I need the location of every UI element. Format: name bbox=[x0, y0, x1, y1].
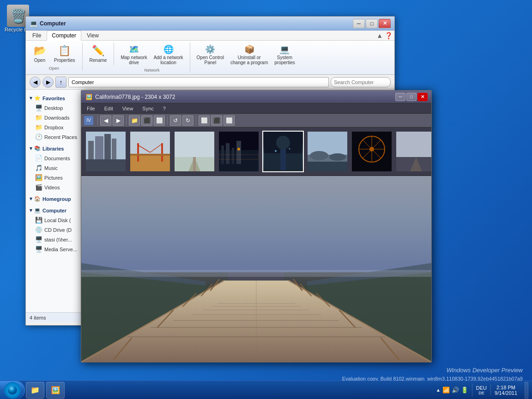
svg-rect-5 bbox=[86, 159, 126, 171]
open-group-buttons: 📂 Open 📋 Properties bbox=[30, 42, 79, 65]
tray-expand-icon[interactable]: ▲ bbox=[436, 387, 441, 393]
downloads-icon: 📁 bbox=[35, 114, 42, 121]
cd-drive-label: CD Drive (D bbox=[44, 227, 72, 233]
open-control-panel-button[interactable]: ⚙️ Open ControlPanel bbox=[194, 42, 227, 67]
open-button[interactable]: 📂 Open bbox=[30, 42, 50, 65]
map-network-drive-button[interactable]: 🗺️ Map networkdrive bbox=[118, 42, 150, 67]
lang-code: DEU bbox=[476, 385, 487, 391]
computer-maximize-button[interactable]: □ bbox=[366, 19, 378, 28]
start-button[interactable] bbox=[0, 381, 25, 399]
iv-thumbnail-8[interactable] bbox=[395, 131, 431, 172]
recent-icon: 🕐 bbox=[35, 133, 42, 140]
properties-button[interactable]: 📋 Properties bbox=[51, 42, 79, 65]
uninstall-program-button[interactable]: 📦 Uninstall orchange a program bbox=[228, 42, 271, 67]
videos-icon: 🎬 bbox=[35, 184, 42, 191]
iv-folder-button[interactable]: 📁 bbox=[129, 115, 140, 126]
dropbox-icon: 📁 bbox=[35, 124, 42, 131]
iv-thumb-2-preview bbox=[130, 132, 170, 171]
iv-thumbnail-4[interactable] bbox=[218, 131, 260, 172]
forward-button[interactable]: ▶ bbox=[42, 77, 54, 88]
control-panel-label: Open ControlPanel bbox=[197, 55, 224, 65]
iv-thumbnail-6[interactable] bbox=[307, 131, 348, 172]
iv-thumb-3-preview bbox=[175, 132, 214, 171]
iv-rotate-ccw-button[interactable]: ↺ bbox=[170, 115, 181, 126]
iv-thumb-6-preview bbox=[308, 132, 347, 171]
iv-info-button[interactable]: ⬜ bbox=[224, 115, 235, 126]
iv-menubar: File Edit View Sync ? bbox=[81, 103, 431, 114]
start-orb bbox=[4, 382, 21, 399]
lang-region: DE bbox=[476, 391, 487, 395]
explorer-icon: 📁 bbox=[30, 386, 40, 394]
iv-minimize-button[interactable]: ─ bbox=[395, 93, 405, 101]
boardwalk-svg bbox=[81, 176, 431, 362]
properties-icon: 📋 bbox=[58, 45, 71, 57]
iv-rotate-cw-button[interactable]: ↻ bbox=[182, 115, 193, 126]
rename-label: Rename bbox=[90, 58, 107, 63]
tab-view[interactable]: View bbox=[82, 31, 103, 40]
network-group-buttons: 🗺️ Map networkdrive 🌐 Add a networklocat… bbox=[118, 42, 186, 67]
network-group-label: Network bbox=[144, 68, 159, 73]
iv-close-button[interactable]: ✕ bbox=[417, 93, 428, 101]
rename-button[interactable]: ✏️ Rename bbox=[86, 42, 110, 65]
svg-rect-35 bbox=[308, 162, 347, 171]
iv-maximize-button[interactable]: □ bbox=[406, 93, 417, 101]
add-network-location-button[interactable]: 🌐 Add a networklocation bbox=[151, 42, 186, 67]
desktop-label: Desktop bbox=[44, 105, 63, 111]
iv-menu-view[interactable]: View bbox=[121, 105, 135, 112]
libraries-label: Libraries bbox=[42, 146, 64, 151]
iv-thumbnail-7[interactable] bbox=[351, 131, 393, 172]
iv-menu-help[interactable]: ? bbox=[161, 105, 168, 112]
pictures-label: Pictures bbox=[44, 175, 63, 181]
iv-toolbar: IV ◀ ▶ 📁 ⬛ ⬜ ↺ ↻ ⬜ ⬛ ⬜ bbox=[81, 114, 431, 127]
iv-thumbnail-5[interactable] bbox=[262, 131, 304, 172]
taskbar: 📁 🖼️ ▲ 📶 🔊 🔋 DEU DE 2:18 PM 9/14/2011 bbox=[0, 381, 532, 399]
ribbon-group-rename: ✏️ Rename bbox=[86, 42, 115, 65]
tab-file[interactable]: File bbox=[28, 31, 46, 40]
address-bar[interactable] bbox=[68, 77, 329, 87]
ribbon-group-network: 🗺️ Map networkdrive 🌐 Add a networklocat… bbox=[118, 42, 190, 73]
svg-point-34 bbox=[329, 153, 346, 161]
iv-menu-edit[interactable]: Edit bbox=[103, 105, 115, 112]
ribbon-menubar: File Computer View ▲ ❓ bbox=[26, 30, 394, 41]
iv-fit-button[interactable]: ⬜ bbox=[199, 115, 210, 126]
iv-window-button[interactable]: ⬜ bbox=[154, 115, 165, 126]
iv-fullscreen-button[interactable]: ⬛ bbox=[141, 115, 152, 126]
question-icon[interactable]: ❓ bbox=[385, 32, 393, 39]
back-button[interactable]: ◀ bbox=[30, 77, 41, 88]
svg-point-78 bbox=[8, 386, 17, 395]
taskbar-explorer-button[interactable]: 📁 bbox=[26, 382, 44, 399]
iv-zoom-button[interactable]: ⬛ bbox=[211, 115, 222, 126]
ribbon-group-open: 📂 Open 📋 Properties Open bbox=[30, 42, 83, 71]
up-button[interactable]: ↑ bbox=[55, 77, 66, 88]
help-icon[interactable]: ▲ bbox=[376, 32, 383, 39]
computer-close-button[interactable]: ✕ bbox=[379, 19, 391, 28]
tab-computer[interactable]: Computer bbox=[47, 30, 81, 41]
media-server-icon: 🖥️ bbox=[35, 246, 42, 253]
cd-drive-icon: 💿 bbox=[35, 226, 42, 233]
homegroup-icon: 🏠 bbox=[34, 196, 41, 202]
uninstall-icon: 📦 bbox=[244, 44, 254, 54]
svg-rect-20 bbox=[226, 143, 230, 164]
iv-sep3 bbox=[167, 116, 168, 125]
language-indicator: DEU DE bbox=[476, 385, 487, 395]
iv-thumbnail-3[interactable] bbox=[174, 131, 215, 172]
tray-separator bbox=[472, 384, 472, 397]
system-properties-button[interactable]: 💻 Systemproperties bbox=[272, 42, 297, 67]
iv-prev-button[interactable]: ◀ bbox=[100, 115, 111, 126]
iv-next-button[interactable]: ▶ bbox=[113, 115, 124, 126]
iv-menu-sync[interactable]: Sync bbox=[140, 105, 155, 112]
iv-window-title: Califorina0778.jpg - 2304 x 3072 bbox=[95, 94, 395, 100]
search-input[interactable] bbox=[331, 77, 391, 87]
clock[interactable]: 2:18 PM 9/14/2011 bbox=[490, 385, 521, 396]
tray-lang-clock: DEU DE 2:18 PM 9/14/2011 bbox=[476, 385, 521, 396]
main-scene bbox=[81, 176, 431, 362]
uninstall-label: Uninstall orchange a program bbox=[230, 55, 268, 65]
iv-logo: IV bbox=[84, 116, 93, 125]
computer-minimize-button[interactable]: ─ bbox=[353, 19, 365, 28]
computer-window-controls: ─ □ ✕ bbox=[353, 19, 391, 28]
taskbar-viewer-button[interactable]: 🖼️ bbox=[46, 382, 65, 399]
show-desktop-button[interactable] bbox=[525, 382, 528, 399]
iv-thumbnail-2[interactable] bbox=[129, 131, 171, 172]
iv-menu-file[interactable]: File bbox=[85, 105, 97, 112]
iv-thumbnail-1[interactable] bbox=[85, 131, 127, 172]
